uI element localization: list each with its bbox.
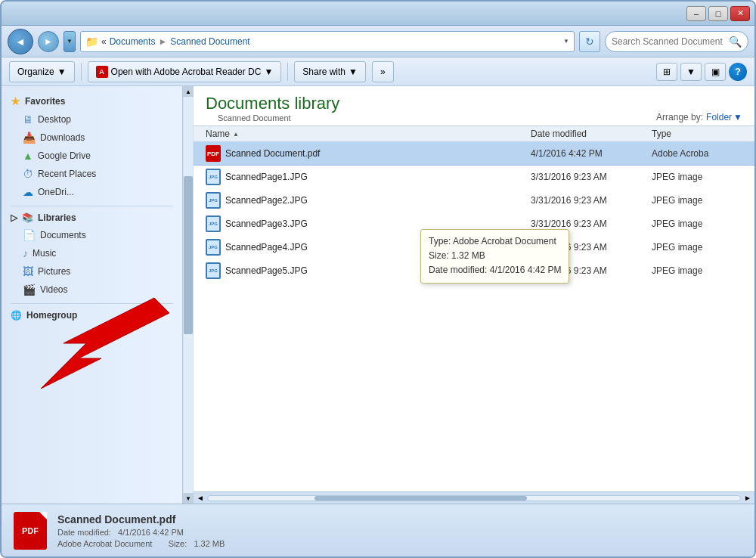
- toolbar-separator-1: [81, 63, 82, 81]
- organize-arrow-icon: ▼: [57, 67, 67, 77]
- status-pdf-icon: PDF: [14, 512, 47, 550]
- window-controls: – □ ✕: [686, 6, 750, 21]
- table-row[interactable]: JPG ScannedPage2.JPG 3/31/2016 9:23 AM J…: [194, 189, 754, 212]
- libraries-section: ▷ 📚 Libraries 📄 Documents ♪ Music 🖼: [2, 209, 182, 299]
- organize-button[interactable]: Organize ▼: [9, 61, 75, 82]
- favorites-header[interactable]: ★ Favorites: [2, 92, 182, 110]
- file-type: JPEG image: [652, 265, 742, 276]
- column-name[interactable]: Name ▲: [206, 129, 531, 139]
- tooltip-type-value: Adobe Acrobat Document: [453, 236, 556, 246]
- refresh-button[interactable]: ↻: [579, 31, 600, 52]
- tooltip-size: Size: 1.32 MB: [429, 249, 561, 263]
- view-options-button[interactable]: ⊞: [656, 63, 677, 81]
- search-icon[interactable]: 🔍: [729, 36, 742, 48]
- back-button[interactable]: ◄: [8, 29, 33, 54]
- maximize-button[interactable]: □: [708, 6, 728, 21]
- view-dropdown-button[interactable]: ▼: [680, 63, 702, 81]
- libraries-icon: 📚: [22, 212, 33, 223]
- file-name-cell: JPG ScannedPage2.JPG: [206, 192, 531, 209]
- tooltip-type-label: Type:: [429, 236, 451, 246]
- close-button[interactable]: ✕: [730, 6, 750, 21]
- sidebar-item-google-drive[interactable]: ▲ Google Drive: [2, 147, 182, 165]
- onedrive-label: OneDri...: [38, 187, 74, 197]
- file-type: JPEG image: [652, 242, 742, 253]
- status-details: Date modified: 4/1/2016 4:42 PM: [57, 528, 225, 537]
- sidebar-item-videos[interactable]: 🎬 Videos: [2, 281, 182, 299]
- col-type-label: Type: [652, 129, 671, 139]
- jpg-file-icon: JPG: [206, 239, 221, 256]
- address-bar[interactable]: 📁 « Documents ► Scanned Document ▼: [80, 31, 575, 52]
- minimize-button[interactable]: –: [686, 6, 706, 21]
- share-with-button[interactable]: Share with ▼: [294, 61, 366, 82]
- documents-label: Documents: [40, 230, 86, 240]
- sidebar-item-music[interactable]: ♪ Music: [2, 244, 182, 262]
- scroll-up-arrow[interactable]: ▲: [183, 86, 194, 97]
- column-type[interactable]: Type: [652, 129, 742, 139]
- jpg-file-icon: JPG: [206, 192, 221, 209]
- table-row[interactable]: JPG ScannedPage1.JPG 3/31/2016 9:23 AM J…: [194, 166, 754, 189]
- file-date: 3/31/2016 9:23 AM: [531, 172, 652, 182]
- library-title: Documents library: [206, 94, 339, 113]
- sidebar-item-pictures[interactable]: 🖼 Pictures: [2, 262, 182, 281]
- pictures-icon: 🖼: [23, 265, 33, 277]
- scroll-thumb[interactable]: [184, 176, 193, 335]
- search-input[interactable]: [612, 36, 726, 47]
- tooltip-date-label: Date modified:: [429, 265, 487, 275]
- arrange-by-value: Folder: [706, 112, 732, 122]
- status-type: Adobe Acrobat Document Size: 1.32 MB: [57, 539, 225, 548]
- status-size-value: 1.32 MB: [194, 539, 225, 548]
- scroll-track[interactable]: [184, 97, 193, 493]
- status-date-value: 4/1/2016 4:42 PM: [118, 528, 184, 537]
- homegroup-header[interactable]: 🌐 Homegroup: [2, 307, 182, 324]
- scroll-down-arrow[interactable]: ▼: [183, 493, 194, 504]
- more-options-button[interactable]: »: [372, 61, 394, 82]
- table-row[interactable]: PDF Scanned Document.pdf 4/1/2016 4:42 P…: [194, 142, 754, 166]
- sidebar-item-documents[interactable]: 📄 Documents: [2, 226, 182, 244]
- path-parent[interactable]: Documents: [110, 36, 156, 47]
- jpg-file-icon: JPG: [206, 215, 221, 232]
- search-box[interactable]: 🔍: [605, 31, 748, 52]
- arrange-by-label: Arrange by:: [656, 112, 703, 122]
- col-name-label: Name: [206, 129, 230, 139]
- arrange-by-arrow-icon: ▼: [733, 112, 742, 122]
- help-button[interactable]: ?: [729, 63, 747, 81]
- sidebar-scrollbar[interactable]: ▲ ▼: [183, 86, 194, 504]
- explorer-window: – □ ✕ ◄ ► ▼ 📁 « Documents ► Scanned Docu…: [0, 0, 756, 558]
- videos-label: Videos: [40, 284, 67, 295]
- file-name: ScannedPage1.JPG: [225, 172, 308, 182]
- toolbar: Organize ▼ A Open with Adobe Acrobat Rea…: [2, 57, 754, 86]
- preview-pane-button[interactable]: ▣: [705, 63, 726, 81]
- status-bar: PDF Scanned Document.pdf Date modified: …: [2, 504, 754, 556]
- file-type: Adobe Acroba: [652, 148, 742, 159]
- jpg-file-icon: JPG: [206, 169, 221, 185]
- sidebar-item-onedrive[interactable]: ☁ OneDri...: [2, 183, 182, 201]
- scrollbar-thumb[interactable]: [314, 496, 528, 501]
- address-dropdown-arrow[interactable]: ▼: [563, 38, 569, 45]
- homegroup-icon: 🌐: [11, 310, 22, 321]
- library-title-group: Documents library Scanned Document: [206, 94, 339, 122]
- sidebar-item-desktop[interactable]: 🖥 Desktop: [2, 110, 182, 129]
- sidebar-item-downloads[interactable]: 📥 Downloads: [2, 129, 182, 147]
- arrange-by-button[interactable]: Folder ▼: [706, 112, 742, 122]
- toolbar-right: ⊞ ▼ ▣ ?: [656, 63, 747, 81]
- file-date: 3/31/2016 9:23 AM: [531, 195, 652, 206]
- path-prefix: «: [101, 36, 107, 47]
- open-with-arrow-icon: ▼: [264, 67, 273, 77]
- libraries-header[interactable]: ▷ 📚 Libraries: [2, 209, 182, 226]
- column-date-modified[interactable]: Date modified: [531, 129, 652, 139]
- open-with-button[interactable]: A Open with Adobe Acrobat Reader DC ▼: [88, 61, 282, 82]
- scrollbar-track[interactable]: [207, 495, 741, 501]
- scroll-left-arrow[interactable]: ◄: [197, 494, 204, 502]
- status-size-label: Size:: [169, 539, 187, 548]
- scroll-right-arrow[interactable]: ►: [744, 494, 751, 502]
- file-name: ScannedPage2.JPG: [225, 195, 308, 206]
- sidebar-item-recent-places[interactable]: ⏱ Recent Places: [2, 165, 182, 183]
- tooltip-date: Date modified: 4/1/2016 4:42 PM: [429, 263, 561, 277]
- forward-button[interactable]: ►: [38, 31, 59, 52]
- horizontal-scrollbar[interactable]: ◄ ►: [194, 491, 754, 504]
- pdf-file-icon: PDF: [206, 145, 221, 162]
- file-date: 4/1/2016 4:42 PM: [531, 148, 652, 159]
- address-path: « Documents ► Scanned Document: [101, 36, 250, 47]
- music-icon: ♪: [23, 247, 28, 259]
- nav-dropdown-button[interactable]: ▼: [64, 31, 76, 52]
